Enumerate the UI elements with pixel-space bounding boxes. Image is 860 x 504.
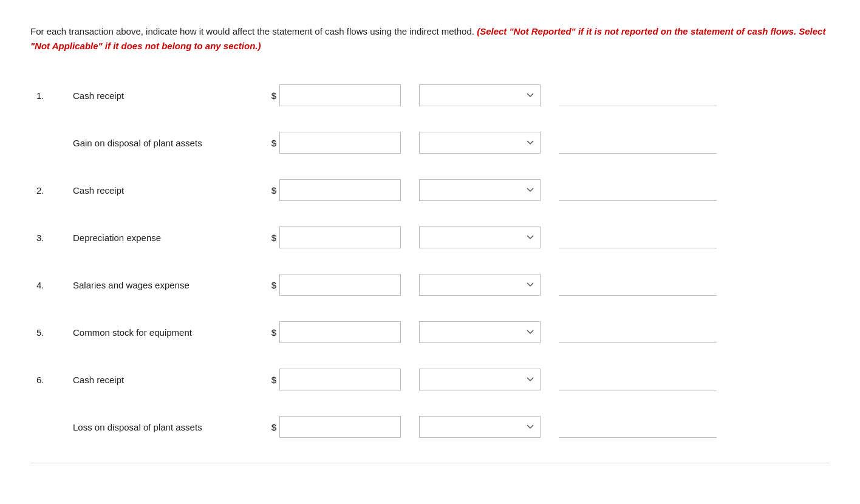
amount-cell (279, 166, 419, 214)
dropdown-cell: Operating Activities - AddOperating Acti… (419, 166, 559, 214)
section-dropdown[interactable]: Operating Activities - AddOperating Acti… (419, 84, 541, 106)
row-number: 3. (30, 214, 67, 261)
row-label: Depreciation expense (67, 214, 261, 261)
description-input[interactable] (559, 226, 717, 248)
text-cell (559, 214, 830, 261)
dollar-sign: $ (261, 356, 279, 403)
section-dropdown[interactable]: Operating Activities - AddOperating Acti… (419, 321, 541, 343)
dollar-sign: $ (261, 403, 279, 451)
amount-input[interactable] (279, 321, 401, 343)
section-dropdown[interactable]: Operating Activities - AddOperating Acti… (419, 132, 541, 154)
row-label: Salaries and wages expense (67, 261, 261, 308)
row-number: 1. (30, 72, 67, 119)
amount-input[interactable] (279, 84, 401, 106)
description-input[interactable] (559, 84, 717, 106)
section-dropdown[interactable]: Operating Activities - AddOperating Acti… (419, 369, 541, 390)
table-row: 3.Depreciation expense$Operating Activit… (30, 214, 830, 261)
dropdown-cell: Operating Activities - AddOperating Acti… (419, 261, 559, 308)
text-cell (559, 72, 830, 119)
instruction-main: For each transaction above, indicate how… (30, 26, 474, 36)
row-label: Loss on disposal of plant assets (67, 403, 261, 451)
dropdown-cell: Operating Activities - AddOperating Acti… (419, 308, 559, 356)
text-cell (559, 119, 830, 166)
table-row: 2.Cash receipt$Operating Activities - Ad… (30, 166, 830, 214)
description-input[interactable] (559, 369, 717, 390)
row-number: 4. (30, 261, 67, 308)
amount-input[interactable] (279, 416, 401, 438)
description-input[interactable] (559, 179, 717, 201)
row-label: Cash receipt (67, 72, 261, 119)
transactions-table: 1.Cash receipt$Operating Activities - Ad… (30, 72, 830, 451)
instruction-text: For each transaction above, indicate how… (30, 24, 830, 53)
section-dropdown[interactable]: Operating Activities - AddOperating Acti… (419, 416, 541, 438)
dropdown-cell: Operating Activities - AddOperating Acti… (419, 72, 559, 119)
row-number: 5. (30, 308, 67, 356)
section-dropdown[interactable]: Operating Activities - AddOperating Acti… (419, 274, 541, 296)
table-row: 5.Common stock for equipment$Operating A… (30, 308, 830, 356)
dollar-sign: $ (261, 166, 279, 214)
page-container: For each transaction above, indicate how… (0, 0, 860, 488)
row-label: Gain on disposal of plant assets (67, 119, 261, 166)
bottom-divider (30, 463, 830, 463)
dropdown-cell: Operating Activities - AddOperating Acti… (419, 403, 559, 451)
description-input[interactable] (559, 132, 717, 154)
row-number (30, 403, 67, 451)
table-row: 1.Cash receipt$Operating Activities - Ad… (30, 72, 830, 119)
amount-cell (279, 356, 419, 403)
amount-cell (279, 308, 419, 356)
amount-cell (279, 261, 419, 308)
text-cell (559, 308, 830, 356)
amount-input[interactable] (279, 226, 401, 248)
row-label: Cash receipt (67, 356, 261, 403)
description-input[interactable] (559, 274, 717, 296)
section-dropdown[interactable]: Operating Activities - AddOperating Acti… (419, 179, 541, 201)
table-row: Loss on disposal of plant assets$Operati… (30, 403, 830, 451)
dollar-sign: $ (261, 72, 279, 119)
text-cell (559, 403, 830, 451)
table-row: 6.Cash receipt$Operating Activities - Ad… (30, 356, 830, 403)
dollar-sign: $ (261, 308, 279, 356)
text-cell (559, 261, 830, 308)
row-number: 2. (30, 166, 67, 214)
text-cell (559, 356, 830, 403)
amount-input[interactable] (279, 132, 401, 154)
dollar-sign: $ (261, 214, 279, 261)
amount-cell (279, 403, 419, 451)
description-input[interactable] (559, 416, 717, 438)
row-number (30, 119, 67, 166)
dropdown-cell: Operating Activities - AddOperating Acti… (419, 214, 559, 261)
text-cell (559, 166, 830, 214)
dollar-sign: $ (261, 119, 279, 166)
amount-input[interactable] (279, 274, 401, 296)
section-dropdown[interactable]: Operating Activities - AddOperating Acti… (419, 226, 541, 248)
dropdown-cell: Operating Activities - AddOperating Acti… (419, 356, 559, 403)
amount-input[interactable] (279, 369, 401, 390)
amount-cell (279, 214, 419, 261)
amount-cell (279, 72, 419, 119)
row-number: 6. (30, 356, 67, 403)
dropdown-cell: Operating Activities - AddOperating Acti… (419, 119, 559, 166)
description-input[interactable] (559, 321, 717, 343)
amount-input[interactable] (279, 179, 401, 201)
table-row: 4.Salaries and wages expense$Operating A… (30, 261, 830, 308)
dollar-sign: $ (261, 261, 279, 308)
table-row: Gain on disposal of plant assets$Operati… (30, 119, 830, 166)
row-label: Cash receipt (67, 166, 261, 214)
row-label: Common stock for equipment (67, 308, 261, 356)
amount-cell (279, 119, 419, 166)
